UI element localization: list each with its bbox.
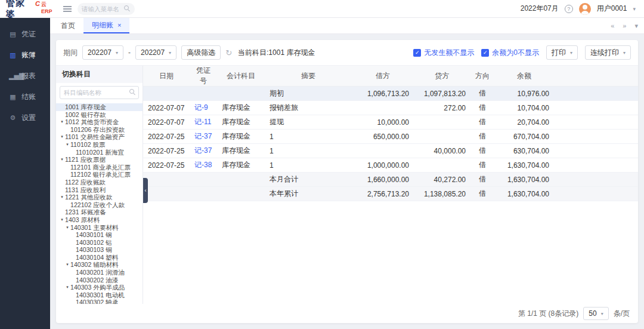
tab[interactable]: 首页 xyxy=(52,18,83,33)
tab-label: 明细账 xyxy=(92,20,113,30)
tree-item[interactable]: 14030103 铜 xyxy=(56,246,143,254)
sidebar-item-report[interactable]: ▂▅▇报表 xyxy=(0,66,50,87)
table-row[interactable]: 2022-07-07记-9库存现金报销差旅272.00借10,704.00 xyxy=(143,101,638,115)
tree-item[interactable]: 1231 坏账准备 xyxy=(56,208,143,216)
voucher-link[interactable]: 记-37 xyxy=(194,146,212,155)
help-icon[interactable]: ? xyxy=(565,5,573,13)
tab-scroll-left-icon[interactable]: « xyxy=(611,22,614,29)
advanced-filter-button[interactable]: 高级筛选 xyxy=(181,45,221,60)
continuous-print-button[interactable]: 连续打印 ▾ xyxy=(585,45,631,60)
cell-subject xyxy=(217,187,265,201)
tree-item[interactable]: 101206 存出投资款 xyxy=(56,126,143,134)
tree-item[interactable]: 1001 库存现金 xyxy=(56,103,143,111)
avatar[interactable] xyxy=(579,3,591,15)
cell-filler xyxy=(554,101,638,115)
menu-search[interactable] xyxy=(78,3,135,15)
cell-summary: 本月合计 xyxy=(265,173,352,187)
tree-item[interactable]: ▾140303 外购半成品 xyxy=(56,284,143,291)
tree-item[interactable]: ▾110102 股票 xyxy=(56,141,143,149)
user-name[interactable]: 用户0001 xyxy=(597,4,627,14)
cell-date: 2022-07-07 xyxy=(143,101,190,115)
tree-item[interactable]: 14030101 钢 xyxy=(56,231,143,239)
period-to-select[interactable]: 202207 ▾ xyxy=(135,45,177,60)
tree-item[interactable]: ▾1012 其他货币资金 xyxy=(56,118,143,126)
tree-item[interactable]: 112102 银行承兑汇票 xyxy=(56,171,143,179)
tree-collapse-handle[interactable]: ‹ xyxy=(143,178,148,203)
caret-down-icon[interactable]: ▾ xyxy=(64,224,70,232)
caret-down-icon[interactable]: ▾ xyxy=(64,141,70,149)
table-row[interactable]: 期初1,096,713.201,097,813.20借10,976.00 xyxy=(143,87,638,101)
tree-item[interactable]: ▾1403 原材料 xyxy=(56,216,143,224)
checkbox-checked-icon[interactable]: ✓ xyxy=(481,49,489,57)
tree-item[interactable]: 14030201 润滑油 xyxy=(56,269,143,276)
table-row[interactable]: 本月合计1,660,000.0040,272.00借1,630,704.00 xyxy=(143,173,638,187)
tree-item[interactable]: 1131 应收股利 xyxy=(56,186,143,194)
cell-direction: 借 xyxy=(470,101,494,115)
cell-balance: 20,704.00 xyxy=(494,115,554,130)
tree-item[interactable]: 1002 银行存款 xyxy=(56,111,143,119)
voucher-link[interactable]: 记-37 xyxy=(194,132,212,140)
sidebar-item-closing[interactable]: ▦结账 xyxy=(0,87,50,107)
table-row[interactable]: 2022-07-25记-37库存现金1650,000.00借670,704.00 xyxy=(143,130,638,144)
sidebar-item-settings[interactable]: ⚙设置 xyxy=(0,107,50,128)
voucher-link[interactable]: 记-11 xyxy=(194,118,211,126)
tree-item[interactable]: 14030302 轴承 xyxy=(56,299,143,304)
tree-item[interactable]: 122102 应收个人款 xyxy=(56,201,143,209)
voucher-link[interactable]: 记-9 xyxy=(194,103,208,112)
checkbox-checked-icon[interactable]: ✓ xyxy=(413,49,421,57)
voucher-link[interactable]: 记-38 xyxy=(194,161,212,169)
caret-down-icon[interactable]: ▾ xyxy=(59,118,65,126)
zero-balance-checkbox[interactable]: ✓ 余额为0不显示 xyxy=(481,48,539,58)
column-header: 贷方 xyxy=(414,66,470,87)
tree-search-input[interactable] xyxy=(60,86,139,99)
tree-item[interactable]: 14030104 塑料 xyxy=(56,254,143,262)
cell-direction: 借 xyxy=(470,158,494,173)
tree-item[interactable]: 14030102 铝 xyxy=(56,239,143,247)
print-button[interactable]: 打印 ▾ xyxy=(546,45,578,60)
search-icon xyxy=(124,5,131,12)
tree-item[interactable]: 11010201 新海宜 xyxy=(56,149,143,156)
sidebar-item-voucher[interactable]: ▤凭证 xyxy=(0,24,50,45)
cell-direction: 借 xyxy=(470,115,494,130)
page-size-select[interactable]: 50 ▾ xyxy=(583,307,608,320)
ledger-table-body: 期初1,096,713.201,097,813.20借10,976.002022… xyxy=(143,87,638,201)
tab[interactable]: 明细账× xyxy=(83,18,129,33)
tab-menu-icon[interactable]: ▾ xyxy=(634,22,638,30)
caret-down-icon[interactable]: ▾ xyxy=(59,156,65,164)
caret-down-icon[interactable]: ▾ xyxy=(64,261,70,269)
tree-item[interactable]: 1122 应收账款 xyxy=(56,179,143,186)
caret-down-icon[interactable]: ▾ xyxy=(64,284,70,291)
tree-item-label: 14030201 润滑油 xyxy=(76,269,125,276)
tree-item-label: 1403 原材料 xyxy=(65,216,100,224)
menu-search-input[interactable] xyxy=(82,5,122,13)
tree-item[interactable]: ▾1101 交易性金融资产 xyxy=(56,133,143,141)
table-row[interactable]: 2022-07-25记-37库存现金140,000.00借630,704.00 xyxy=(143,144,638,158)
table-row[interactable]: 本年累计2,756,713.201,138,085.20借1,630,704.0… xyxy=(143,187,638,201)
tree-item[interactable]: 14030202 油漆 xyxy=(56,276,143,284)
chevron-down-icon: ▾ xyxy=(169,50,171,56)
app-logo[interactable]: 管家婆 C 云ERP xyxy=(6,0,57,20)
tree-item[interactable]: ▾140301 主要材料 xyxy=(56,224,143,232)
close-icon[interactable]: × xyxy=(117,22,121,29)
table-row[interactable]: 2022-07-25记-38库存现金11,000,000.00借1,630,70… xyxy=(143,158,638,173)
tree-search[interactable] xyxy=(60,86,139,99)
tree-item[interactable]: ▾1221 其他应收款 xyxy=(56,193,143,201)
period-to-value: 202207 xyxy=(141,48,165,57)
tree-item-label: 140303 外购半成品 xyxy=(70,284,125,291)
tree-item[interactable]: ▾140302 辅助材料 xyxy=(56,261,143,269)
caret-down-icon[interactable]: ▾ xyxy=(59,216,65,224)
tree-item[interactable]: ▾1121 应收票据 xyxy=(56,156,143,164)
sidebar-item-ledger[interactable]: ▥账簿 xyxy=(0,45,50,66)
caret-down-icon[interactable]: ▾ xyxy=(59,193,65,201)
caret-down-icon[interactable]: ▾ xyxy=(59,133,65,141)
tree-item[interactable]: 112101 商业承兑汇票 xyxy=(56,164,143,171)
table-row[interactable]: 2022-07-07记-11库存现金提现10,000.00借20,704.00 xyxy=(143,115,638,130)
menu-toggle-icon[interactable] xyxy=(63,6,72,12)
tree-item[interactable]: 14030301 电动机 xyxy=(56,291,143,299)
tab-scroll-right-icon[interactable]: » xyxy=(623,22,626,29)
chevron-down-icon[interactable]: ▾ xyxy=(633,6,636,12)
no-activity-checkbox[interactable]: ✓ 无发生额不显示 xyxy=(413,48,474,58)
current-period[interactable]: 2022年07月 xyxy=(521,4,559,14)
period-from-select[interactable]: 202207 ▾ xyxy=(82,45,123,60)
refresh-icon[interactable]: ↻ xyxy=(225,48,232,57)
